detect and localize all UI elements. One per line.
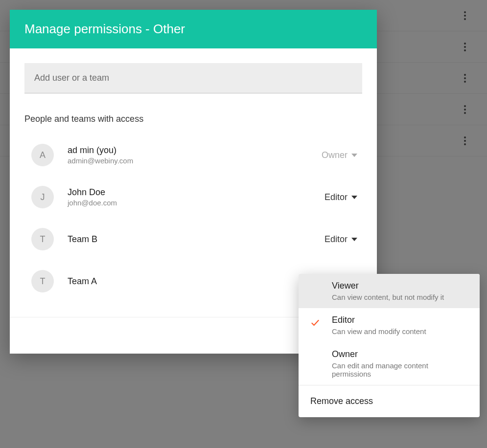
role-option-owner[interactable]: Owner Can edit and manage content permis… xyxy=(299,342,480,385)
remove-access-option[interactable]: Remove access xyxy=(299,385,480,417)
role-option-title: Viewer xyxy=(332,281,468,291)
access-row: J John Doe john@doe.com Editor xyxy=(24,176,362,218)
modal-title: Manage permissions - Other xyxy=(10,10,377,48)
role-option-title: Owner xyxy=(332,349,468,359)
add-user-input[interactable] xyxy=(24,63,362,93)
avatar: T xyxy=(31,270,54,292)
access-name: John Doe xyxy=(68,187,325,198)
role-option-desc: Can edit and manage content permissions xyxy=(332,361,468,378)
chevron-down-icon xyxy=(351,154,357,157)
chevron-down-icon xyxy=(351,196,357,199)
access-email: john@doe.com xyxy=(68,199,325,207)
avatar: J xyxy=(31,186,54,208)
role-option-desc: Can view and modify content xyxy=(332,327,468,336)
role-dropdown-menu: Viewer Can view content, but not modify … xyxy=(299,274,480,417)
access-email: admin@webiny.com xyxy=(68,157,322,165)
access-info: ad min (you) admin@webiny.com xyxy=(68,145,322,165)
role-selector-owner: Owner xyxy=(322,150,357,160)
check-icon xyxy=(310,318,320,328)
access-section-label: People and teams with access xyxy=(24,114,362,124)
role-label: Editor xyxy=(325,192,348,202)
avatar: A xyxy=(31,144,54,166)
access-row: T Team B Editor xyxy=(24,218,362,260)
role-option-editor[interactable]: Editor Can view and modify content xyxy=(299,308,480,342)
access-info: Team B xyxy=(68,234,325,245)
avatar: T xyxy=(31,228,54,250)
chevron-down-icon xyxy=(351,238,357,241)
role-selector[interactable]: Editor xyxy=(325,192,357,202)
access-row: A ad min (you) admin@webiny.com Owner xyxy=(24,134,362,176)
access-name: Team B xyxy=(68,234,325,245)
role-option-title: Editor xyxy=(332,315,468,325)
role-label: Editor xyxy=(325,234,348,245)
access-name: ad min (you) xyxy=(68,145,322,156)
role-option-desc: Can view content, but not modify it xyxy=(332,293,468,301)
role-option-viewer[interactable]: Viewer Can view content, but not modify … xyxy=(299,274,480,308)
role-selector[interactable]: Editor xyxy=(325,234,357,245)
access-info: John Doe john@doe.com xyxy=(68,187,325,207)
role-label: Owner xyxy=(322,150,348,160)
